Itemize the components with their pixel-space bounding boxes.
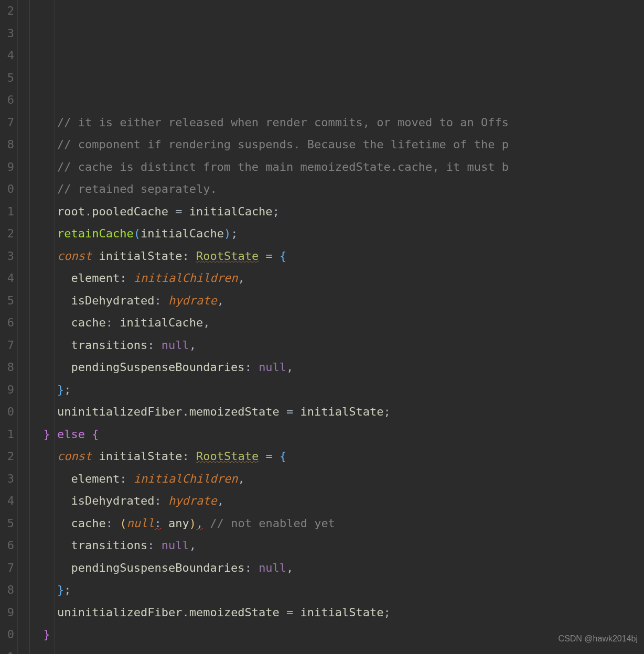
line-number: 0: [0, 624, 14, 646]
code-line[interactable]: };: [29, 579, 644, 602]
line-number: 8: [0, 356, 14, 379]
line-number: 0: [0, 401, 14, 423]
code-line[interactable]: const initialState: RootState = {: [29, 445, 644, 468]
code-line[interactable]: } else {: [29, 423, 644, 446]
code-line[interactable]: }: [29, 624, 644, 646]
code-line[interactable]: // it is either released when render com…: [29, 112, 644, 134]
line-number: 7: [0, 334, 14, 357]
line-number: 1: [0, 201, 14, 223]
line-number: 2: [0, 223, 14, 245]
code-line[interactable]: transitions: null,: [29, 535, 644, 557]
line-number: 4: [0, 45, 14, 67]
code-line[interactable]: pendingSuspenseBoundaries: null,: [29, 356, 644, 379]
code-line[interactable]: element: initialChildren,: [29, 267, 644, 290]
line-number: 3: [0, 468, 14, 490]
code-line[interactable]: retainCache(initialCache);: [29, 223, 644, 245]
code-line[interactable]: // retained separately.: [29, 178, 644, 201]
line-number: 9: [0, 379, 14, 401]
line-number: 7: [0, 557, 14, 580]
code-line[interactable]: isDehydrated: hydrate,: [29, 490, 644, 513]
code-line[interactable]: // cache is distinct from the main memoi…: [29, 156, 644, 179]
code-line[interactable]: const initialState: RootState = {: [29, 245, 644, 268]
code-editor[interactable]: 234567890123456789012345678901 // it is …: [0, 0, 644, 654]
line-number: 9: [0, 156, 14, 179]
line-number: 4: [0, 490, 14, 513]
line-number: 5: [0, 67, 14, 90]
code-line[interactable]: uninitializedFiber.memoizedState = initi…: [29, 401, 644, 423]
code-line[interactable]: uninitializedFiber.memoizedState = initi…: [29, 602, 644, 624]
line-number: 2: [0, 0, 14, 23]
line-number: 0: [0, 178, 14, 201]
watermark: CSDN @hawk2014bj: [559, 628, 638, 650]
line-number: 6: [0, 89, 14, 112]
code-line[interactable]: isDehydrated: hydrate,: [29, 290, 644, 312]
code-area[interactable]: // it is either released when render com…: [18, 0, 644, 654]
line-number: 5: [0, 513, 14, 535]
code-line[interactable]: transitions: null,: [29, 334, 644, 357]
line-number: 8: [0, 579, 14, 602]
line-number: 1: [0, 423, 14, 446]
line-number: 3: [0, 23, 14, 45]
code-line[interactable]: cache: initialCache,: [29, 312, 644, 334]
code-line[interactable]: };: [29, 379, 644, 401]
code-line[interactable]: root.pooledCache = initialCache;: [29, 201, 644, 223]
line-number: 4: [0, 267, 14, 290]
line-number: 1: [0, 646, 14, 655]
code-line[interactable]: [29, 646, 644, 655]
line-number: 5: [0, 290, 14, 312]
code-line[interactable]: pendingSuspenseBoundaries: null,: [29, 557, 644, 580]
line-number: 9: [0, 602, 14, 624]
line-number: 8: [0, 134, 14, 156]
line-number-gutter: 234567890123456789012345678901: [0, 0, 18, 654]
code-line[interactable]: element: initialChildren,: [29, 468, 644, 490]
line-number: 6: [0, 535, 14, 557]
line-number: 6: [0, 312, 14, 334]
code-line[interactable]: cache: (null: any), // not enabled yet: [29, 513, 644, 535]
line-number: 3: [0, 245, 14, 268]
line-number: 7: [0, 112, 14, 134]
code-line[interactable]: // component if rendering suspends. Beca…: [29, 134, 644, 156]
line-number: 2: [0, 445, 14, 468]
